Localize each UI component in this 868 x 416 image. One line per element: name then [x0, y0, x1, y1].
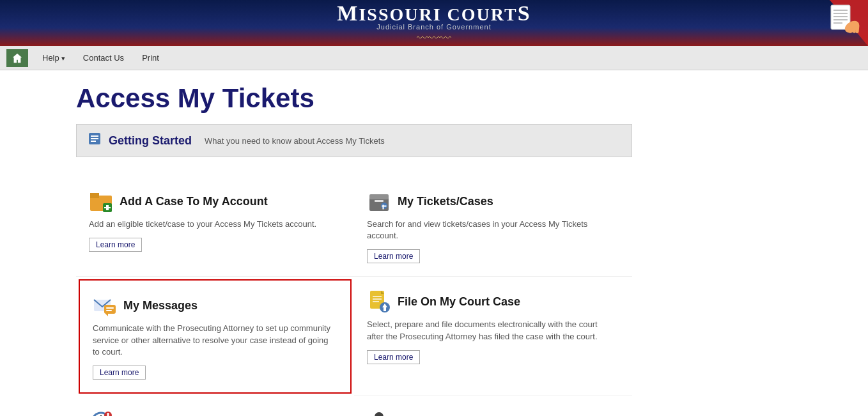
card-file-on-court-desc: Select, prepare and file documents elect…	[367, 319, 613, 342]
logo-ornament: 〰〰〰	[337, 32, 531, 45]
svg-rect-14	[91, 138, 98, 139]
card-my-tickets-desc: Search for and view tickets/cases in you…	[367, 219, 613, 242]
getting-started-icon	[87, 131, 102, 150]
header-illustration	[791, 0, 868, 46]
card-file-on-court: File On My Court Case Select, prepare an…	[354, 277, 632, 396]
svg-rect-29	[104, 305, 116, 314]
learn-more-file-on-court[interactable]: Learn more	[367, 350, 420, 364]
svg-rect-27	[382, 206, 387, 207]
svg-rect-37	[373, 301, 379, 302]
getting-started-subtitle: What you need to know about Access My Ti…	[205, 136, 385, 146]
help-menu[interactable]: Help	[33, 49, 74, 66]
learn-more-add-case[interactable]: Learn more	[89, 238, 142, 252]
svg-rect-31	[106, 307, 114, 309]
card-add-case-title: Add A Case To My Account	[120, 195, 268, 208]
card-my-tickets: My Tickets/Cases Search for and view tic…	[354, 176, 632, 277]
card-file-on-court-header: File On My Court Case	[367, 289, 613, 314]
svg-rect-35	[373, 296, 382, 297]
card-my-tickets-title: My Tickets/Cases	[398, 195, 493, 208]
logo-title: MISSOURI COURTS	[337, 1, 531, 26]
clock-icon	[89, 409, 113, 416]
getting-started-title: Getting Started	[109, 134, 192, 148]
svg-rect-18	[90, 193, 99, 198]
card-add-case-desc: Add an eligible ticket/case to your Acce…	[89, 219, 335, 230]
svg-rect-13	[91, 135, 98, 137]
getting-started-banner[interactable]: Getting Started What you need to know ab…	[76, 124, 632, 157]
card-my-account: My Account Update your Access My Tickets…	[354, 396, 632, 416]
svg-rect-15	[91, 141, 96, 142]
svg-rect-32	[106, 310, 112, 311]
page-title: Access My Tickets	[76, 83, 792, 114]
messages-icon	[93, 293, 117, 318]
cards-grid: Add A Case To My Account Add an eligible…	[76, 176, 632, 416]
learn-more-my-messages[interactable]: Learn more	[93, 366, 146, 380]
svg-point-47	[375, 412, 384, 416]
navbar: Help Contact Us Print	[0, 46, 868, 70]
card-my-tickets-header: My Tickets/Cases	[367, 189, 613, 213]
file-court-icon	[367, 289, 391, 314]
svg-rect-23	[369, 194, 389, 199]
contact-us-link[interactable]: Contact Us	[74, 49, 133, 66]
svg-rect-36	[373, 298, 382, 300]
card-my-messages-title: My Messages	[123, 299, 198, 312]
print-button[interactable]: Print	[133, 49, 168, 66]
card-my-messages-header: My Messages	[93, 293, 331, 318]
header-logo: MISSOURI COURTS Judicial Branch of Gover…	[337, 1, 531, 45]
card-my-messages-desc: Communicate with the Prosecuting Attorne…	[93, 323, 331, 358]
card-file-on-court-title: File On My Court Case	[398, 295, 520, 309]
folder-plus-icon	[89, 189, 113, 213]
learn-more-my-tickets[interactable]: Learn more	[367, 249, 420, 263]
card-my-messages: My Messages Communicate with the Prosecu…	[79, 279, 352, 394]
card-add-case: Add A Case To My Account Add an eligible…	[76, 176, 354, 277]
home-button[interactable]	[6, 49, 28, 67]
svg-marker-30	[105, 314, 108, 316]
svg-rect-21	[104, 207, 111, 208]
header: MISSOURI COURTS Judicial Branch of Gover…	[0, 0, 868, 46]
svg-rect-24	[375, 200, 384, 202]
card-action-needed: Action Needed Alerts you to work that yo…	[76, 396, 354, 416]
card-action-needed-header: Action Needed	[89, 409, 335, 416]
card-add-case-header: Add A Case To My Account	[89, 189, 335, 213]
card-my-account-header: My Account	[367, 409, 613, 416]
main-content: Access My Tickets Getting Started What y…	[50, 70, 818, 416]
box-icon	[367, 189, 391, 213]
person-icon	[367, 409, 391, 416]
svg-rect-45	[107, 413, 109, 416]
